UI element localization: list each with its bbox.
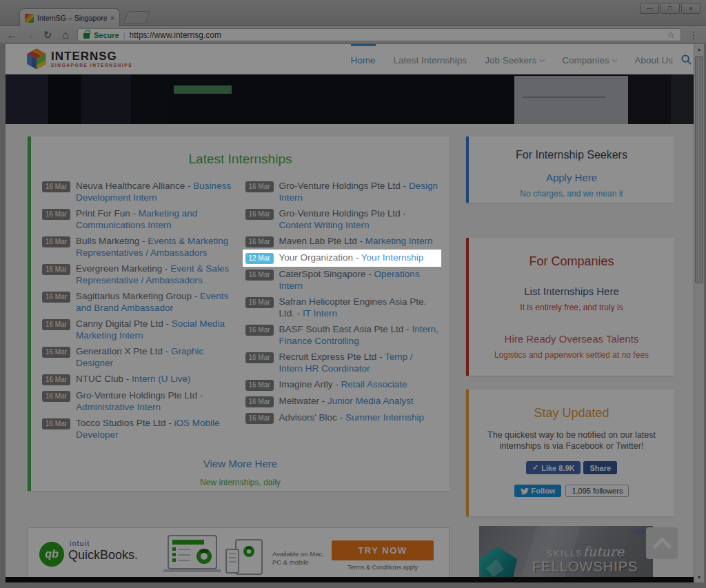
facebook-like-button[interactable]: ✓ Like 8.9K <box>526 461 581 474</box>
internship-role-link[interactable]: Content Writing Intern <box>279 220 370 230</box>
internship-company: Bulls Marketing - <box>76 236 145 246</box>
internship-role-link[interactable]: Marketing Intern <box>365 236 433 246</box>
date-badge: 16 Mar <box>245 413 274 424</box>
internship-link[interactable]: Recruit Express Pte Ltd - Temp / Intern … <box>279 352 439 374</box>
nav-item-label: Job Seekers <box>485 55 536 65</box>
skillsfuture-ad[interactable]: SKILLSfuture FELLOWSHIPS Rep <box>479 526 653 582</box>
internship-company: Evergreen Marketing - <box>76 263 168 274</box>
home-icon[interactable]: ⌂ <box>59 30 72 41</box>
internship-link[interactable]: Meltwater - Junior Media Analyst <box>279 396 439 407</box>
scrollbar-down-arrow[interactable]: ▼ <box>694 575 704 580</box>
window-minimize-button[interactable]: — <box>640 3 659 14</box>
view-more-link[interactable]: View More Here <box>42 458 438 469</box>
internship-link[interactable]: Your Organization - Your Internship <box>279 252 439 264</box>
internship-company: NTUC Club - <box>76 374 129 384</box>
address-bar[interactable]: Secure | https://www.internsg.com ☆ <box>77 28 681 41</box>
address-separator: | <box>123 31 125 39</box>
window-maximize-button[interactable]: □ <box>660 3 680 14</box>
internship-link[interactable]: Generation X Pte Ltd - Graphic Designer <box>76 346 236 369</box>
ad-report-label[interactable]: Rep <box>632 528 644 535</box>
internship-role-link[interactable]: Administrative Intern <box>76 402 161 412</box>
internship-link[interactable]: NTUC Club - Intern (U Live) <box>76 374 236 385</box>
quickbooks-logo-icon: qb <box>39 542 64 567</box>
internsg-logo[interactable]: INTERNSG SINGAPORE INTERNSHIPS <box>26 48 132 70</box>
internship-list-item: 16 Mar Generation X Pte Ltd - Graphic De… <box>42 346 236 369</box>
internship-link[interactable]: Advisors' Bloc - Summer Internship <box>279 412 439 424</box>
new-tab-button[interactable] <box>123 11 150 24</box>
twitter-follow-label: Follow <box>532 487 556 495</box>
internship-list-item: 16 Mar Advisors' Bloc - Summer Internshi… <box>245 412 439 424</box>
internship-list-item: 16 Mar Sagittarius Marketing Group - Eve… <box>42 291 236 314</box>
for-companies-panel: For Companies List Internships Here It i… <box>466 238 674 376</box>
scrollbar-up-arrow[interactable]: ▲ <box>694 47 704 52</box>
internship-link[interactable]: Imagine Artly - Retail Associate <box>279 379 439 391</box>
internship-role-link[interactable]: Your Internship <box>361 252 423 263</box>
apply-here-link[interactable]: Apply Here <box>469 172 674 183</box>
nav-item[interactable]: Latest Internships <box>394 44 467 74</box>
date-badge: 16 Mar <box>245 380 274 391</box>
internship-role-link[interactable]: IT Intern <box>303 308 337 318</box>
internship-list-item: 16 Mar Print For Fun - Marketing and Com… <box>42 208 236 231</box>
tab-close-icon[interactable]: × <box>110 14 114 22</box>
list-internships-link[interactable]: List Internships Here <box>469 285 674 297</box>
hire-talents-link[interactable]: Hire Ready Overseas Talents <box>469 333 674 345</box>
hero-image <box>6 74 694 124</box>
browser-menu-icon[interactable]: ⋮ <box>687 30 700 41</box>
internship-link[interactable]: Tocco Studios Pte Ltd - iOS Mobile Devel… <box>76 418 236 440</box>
internship-link[interactable]: Canny Digital Pte Ltd - Social Media Mar… <box>76 318 236 341</box>
page-scrollbar[interactable]: ▲ ▼ <box>694 44 704 582</box>
internship-link[interactable]: Bulls Marketing - Events & Marketing Rep… <box>76 236 236 258</box>
date-badge: 16 Mar <box>245 297 274 308</box>
nav-item[interactable]: Companies <box>562 44 616 74</box>
internship-link[interactable]: Sagittarius Marketing Group - Events and… <box>76 291 236 314</box>
tablet-illustration <box>235 539 263 575</box>
internship-link[interactable]: BASF South East Asia Pte Ltd - Intern, F… <box>279 324 439 347</box>
internship-list-item: 16 Mar Recruit Express Pte Ltd - Temp / … <box>245 352 439 374</box>
list-internships-note: It is entirely free, and truly is <box>469 303 674 312</box>
refresh-icon[interactable]: ↻ <box>41 30 54 40</box>
scrollbar-thumb[interactable] <box>695 56 703 283</box>
back-icon[interactable]: ← <box>6 30 18 40</box>
internship-list-item: 16 Mar CaterSpot Singapore - Operations … <box>245 269 439 292</box>
internship-role-link[interactable]: Retail Associate <box>341 379 407 389</box>
date-badge: 16 Mar <box>42 236 70 247</box>
internship-link[interactable]: Print For Fun - Marketing and Communicat… <box>76 208 236 231</box>
secure-label: Secure <box>94 31 119 39</box>
internship-link[interactable]: Safran Helicopter Engines Asia Pte. Ltd.… <box>279 296 439 319</box>
twitter-follow-button[interactable]: Follow <box>514 485 562 497</box>
try-now-button[interactable]: TRY NOW <box>332 540 434 560</box>
internship-role-link[interactable]: Intern (U Live) <box>132 374 191 384</box>
internship-link[interactable]: Maven Lab Pte Ltd - Marketing Intern <box>279 236 439 247</box>
window-close-button[interactable]: × <box>681 3 700 14</box>
nav-item[interactable]: Job Seekers <box>485 44 544 74</box>
browser-tab[interactable]: InternSG – Singapore Int × <box>19 8 120 27</box>
internship-company: Gro-Venture Holdings Pte Ltd - <box>76 390 203 401</box>
internship-link[interactable]: Neuva Healthcare Alliance - Business Dev… <box>76 181 236 203</box>
nav-item[interactable]: About Us <box>634 44 673 74</box>
internship-list-item: 16 Mar Safran Helicopter Engines Asia Pt… <box>245 296 439 319</box>
search-icon[interactable] <box>680 54 692 65</box>
fellowships-title: FELLOWSHIPS <box>525 559 646 575</box>
internship-company: Print For Fun - <box>76 208 136 219</box>
forward-icon[interactable]: → <box>23 30 36 40</box>
bookmark-star-icon[interactable]: ☆ <box>667 30 675 40</box>
nav-item[interactable]: Home <box>351 44 376 74</box>
facebook-share-button[interactable]: Share <box>583 461 617 474</box>
quickbooks-ad-banner[interactable]: qb intuit QuickBooks. Available on Mac, … <box>28 527 450 580</box>
scroll-to-top-button[interactable] <box>646 527 678 559</box>
internship-link[interactable]: Evergreen Marketing - Event & Sales Repr… <box>76 263 236 286</box>
nav-item-label: Latest Internships <box>394 55 467 65</box>
date-badge: 16 Mar <box>42 391 70 402</box>
internship-list-item: 16 Mar Gro-Venture Holdings Pte Ltd - Ad… <box>42 390 236 413</box>
internship-role-link[interactable]: Junior Media Analyst <box>327 396 414 406</box>
twitter-bird-icon <box>521 487 529 495</box>
internship-role-link[interactable]: Summer Internship <box>345 412 424 423</box>
url-text[interactable]: https://www.internsg.com <box>130 30 663 40</box>
date-badge: 16 Mar <box>42 209 70 220</box>
internship-link[interactable]: Gro-Venture Holdings Pte Ltd - Content W… <box>279 208 439 231</box>
date-badge: 16 Mar <box>42 292 70 303</box>
internships-right-column: 16 Mar Gro-Venture Holdings Pte Ltd - De… <box>245 181 439 445</box>
internship-link[interactable]: Gro-Venture Holdings Pte Ltd - Administr… <box>76 390 236 413</box>
internship-link[interactable]: CaterSpot Singapore - Operations Intern <box>279 269 439 292</box>
internship-link[interactable]: Gro-Venture Holdings Pte Ltd - Design In… <box>279 181 439 203</box>
